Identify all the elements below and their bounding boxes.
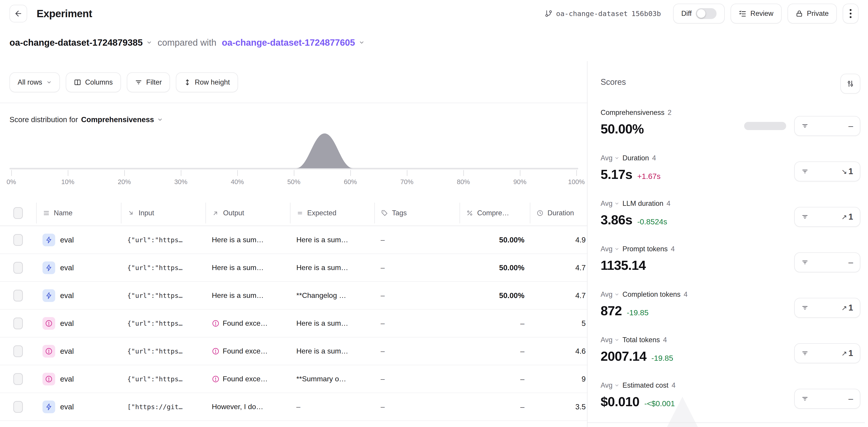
scores-settings-button[interactable] bbox=[840, 74, 860, 94]
back-button[interactable] bbox=[9, 5, 27, 22]
aggregation-dropdown[interactable]: Avg bbox=[600, 381, 619, 390]
input-cell: {"url":"https… bbox=[121, 236, 206, 244]
table-row[interactable]: eval ["https://git… However, I do… – – –… bbox=[0, 393, 587, 421]
select-all-header[interactable] bbox=[0, 203, 36, 223]
row-checkbox[interactable] bbox=[13, 262, 23, 274]
column-header-name[interactable]: Name bbox=[36, 203, 121, 223]
score-distribution-dropdown[interactable]: Score distribution for Comprehensiveness bbox=[9, 115, 578, 124]
metric-value: 3.86s bbox=[600, 212, 632, 227]
metric-value: 2007.14 bbox=[600, 348, 647, 364]
expected-cell: Here is a sum… bbox=[290, 347, 374, 355]
column-header-tags[interactable]: Tags bbox=[374, 203, 460, 223]
row-name: eval bbox=[60, 291, 74, 300]
columns-button[interactable]: Columns bbox=[66, 72, 121, 92]
comparison-experiment-dropdown[interactable]: oa-change-dataset-1724877605 bbox=[222, 37, 364, 48]
arrow-left-icon bbox=[14, 9, 23, 18]
axis-tick-label: 70% bbox=[400, 178, 413, 186]
column-header-expected[interactable]: Expected bbox=[290, 203, 374, 223]
table-row[interactable]: eval {"url":"https… Found exce… Here is … bbox=[0, 310, 587, 337]
aggregation-dropdown[interactable]: Avg bbox=[600, 245, 619, 253]
row-checkbox[interactable] bbox=[13, 373, 23, 385]
row-height-icon bbox=[184, 79, 191, 86]
filter-button[interactable]: Filter bbox=[127, 72, 170, 92]
bolt-icon bbox=[45, 264, 53, 271]
metric-filter-control[interactable]: ↗1 bbox=[794, 343, 860, 363]
column-header-duration[interactable]: Duration bbox=[530, 203, 587, 223]
row-checkbox[interactable] bbox=[13, 345, 23, 357]
experiment-compare-bar: oa-change-dataset-1724879385 compared wi… bbox=[0, 27, 868, 61]
results-pane: All rows Columns Filter Row height Score… bbox=[0, 61, 587, 427]
duration-cell: 3.5 bbox=[530, 403, 587, 411]
score-cell: 50.00% bbox=[460, 264, 530, 272]
output-cell: Found exce… bbox=[206, 319, 290, 328]
row-checkbox[interactable] bbox=[13, 234, 23, 246]
row-type-icon bbox=[42, 289, 55, 302]
row-checkbox[interactable] bbox=[13, 401, 23, 413]
axis-tick bbox=[463, 170, 464, 176]
metric-filter-control[interactable]: ↘1 bbox=[794, 161, 860, 181]
filter-icon bbox=[802, 395, 808, 402]
aggregation-dropdown[interactable]: Avg bbox=[600, 154, 619, 162]
score-progress-bar bbox=[744, 122, 786, 130]
score-sections: Comprehensiveness 2 50.00% – Avg Du bbox=[600, 109, 860, 409]
metric-delta: -19.85 bbox=[627, 308, 649, 317]
chevron-down-icon bbox=[614, 383, 619, 388]
metric-filter-control[interactable]: – bbox=[794, 389, 860, 409]
tags-cell: – bbox=[374, 236, 460, 244]
row-name: eval bbox=[60, 236, 74, 244]
base-experiment-dropdown[interactable]: oa-change-dataset-1724879385 bbox=[9, 37, 152, 48]
tags-cell: – bbox=[374, 375, 460, 383]
distribution-score-name: Comprehensiveness bbox=[81, 115, 154, 124]
metric-filter-control[interactable]: – bbox=[794, 116, 860, 136]
expected-cell: – bbox=[290, 403, 374, 411]
more-options-button[interactable] bbox=[843, 4, 859, 24]
diff-toggle[interactable] bbox=[696, 8, 717, 19]
aggregation-dropdown[interactable]: Avg bbox=[600, 291, 619, 299]
axis-tick bbox=[237, 170, 238, 176]
metric-filter-control[interactable]: – bbox=[794, 252, 860, 272]
metric-filter-control[interactable]: ↗1 bbox=[794, 207, 860, 227]
axis-tick-label: 40% bbox=[231, 178, 244, 186]
comparison-indicator: ↘1 bbox=[841, 167, 853, 176]
metric-delta: -0.8524s bbox=[637, 217, 667, 226]
row-checkbox[interactable] bbox=[13, 290, 23, 302]
duration-cell: 4.7 bbox=[530, 291, 587, 300]
table-row[interactable]: eval {"url":"https… Here is a sum… Here … bbox=[0, 226, 587, 254]
input-cell: {"url":"https… bbox=[121, 375, 206, 383]
column-header-output[interactable]: Output bbox=[206, 203, 290, 223]
metric-filter-control[interactable]: ↗1 bbox=[794, 298, 860, 318]
table-row[interactable]: eval {"url":"https… Found exce… Here is … bbox=[0, 337, 587, 365]
row-type-icon bbox=[42, 400, 55, 413]
column-header-input[interactable]: Input bbox=[121, 203, 206, 223]
panel-divider bbox=[587, 423, 865, 423]
table-row[interactable]: eval {"url":"https… Here is a sum… **Cha… bbox=[0, 282, 587, 310]
filter-icon bbox=[802, 259, 808, 266]
diff-button[interactable]: Diff bbox=[673, 4, 725, 24]
table-row[interactable]: eval {"url":"https… Here is a sum… Here … bbox=[0, 254, 587, 282]
table-row[interactable]: eval {"url":"https… Found exce… **Summar… bbox=[0, 365, 587, 393]
axis-tick-label: 20% bbox=[118, 178, 131, 186]
filter-icon bbox=[802, 168, 808, 175]
score-section: Avg LLM duration 4 3.86s -0.8524s ↗1 bbox=[600, 200, 860, 227]
input-cell: {"url":"https… bbox=[121, 264, 206, 272]
comparison-indicator: – bbox=[847, 257, 853, 267]
all-rows-dropdown[interactable]: All rows bbox=[9, 72, 60, 92]
chevron-down-icon bbox=[614, 292, 619, 297]
score-section: Avg Completion tokens 4 872 -19.85 ↗1 bbox=[600, 291, 860, 318]
output-cell: Here is a sum… bbox=[206, 291, 290, 300]
row-type-icon bbox=[42, 317, 55, 330]
comparison-indicator: ↗1 bbox=[841, 348, 853, 358]
select-all-checkbox[interactable] bbox=[13, 207, 23, 219]
column-header-comprehensiveness[interactable]: Compre… bbox=[460, 203, 530, 223]
score-cell: – bbox=[460, 375, 530, 383]
row-checkbox[interactable] bbox=[13, 317, 23, 329]
private-button[interactable]: Private bbox=[787, 4, 837, 24]
aggregation-dropdown[interactable]: Avg bbox=[600, 336, 619, 344]
page-title: Experiment bbox=[37, 7, 92, 20]
metric-name: Duration bbox=[622, 154, 649, 162]
row-height-button[interactable]: Row height bbox=[176, 72, 238, 92]
expected-cell: Here is a sum… bbox=[290, 319, 374, 328]
review-button[interactable]: Review bbox=[731, 4, 782, 24]
axis-tick bbox=[181, 170, 181, 176]
aggregation-dropdown[interactable]: Avg bbox=[600, 200, 619, 208]
